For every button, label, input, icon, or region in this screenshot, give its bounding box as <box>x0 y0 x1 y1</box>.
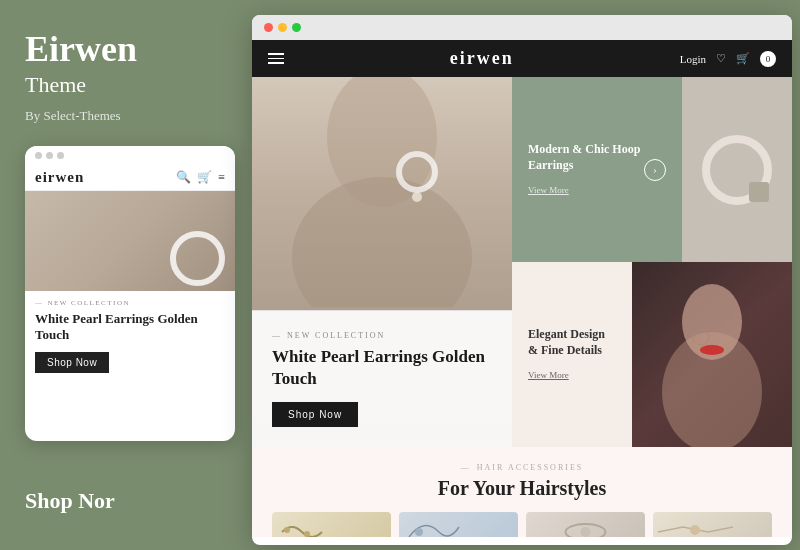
hair-accessories-label: HAIR ACCESSORIES <box>272 463 772 472</box>
hamburger-line-1 <box>268 53 284 55</box>
hamburger-line-3 <box>268 62 284 64</box>
mobile-icons: 🔍 🛒 ≡ <box>176 170 225 185</box>
menu-icon[interactable]: ≡ <box>218 170 225 185</box>
hero-shop-button[interactable]: Shop Now <box>272 402 358 427</box>
browser-main-content: NEW COLLECTION White Pearl Earrings Gold… <box>252 77 792 447</box>
promo-card-face-image <box>632 262 792 447</box>
hamburger-line-2 <box>268 58 284 60</box>
svg-point-8 <box>284 527 290 533</box>
svg-point-1 <box>292 177 472 307</box>
hero-right-top-row: Modern & Chic Hoop Earrings View More › <box>512 77 792 262</box>
product-thumb-2[interactable] <box>399 512 518 537</box>
mobile-hero-image <box>25 191 235 291</box>
site-header: eirwen Login ♡ 🛒 0 <box>252 40 792 77</box>
brand-subtitle: Theme <box>25 72 220 98</box>
new-collection-label: NEW COLLECTION <box>272 331 492 340</box>
hero-right-bottom-row: Elegant Design & Fine Details View More <box>512 262 792 447</box>
product-thumb-1[interactable] <box>272 512 391 537</box>
bottom-cta: Shop Nor <box>25 473 220 520</box>
promo-title-hoop: Modern & Chic Hoop Earrings <box>528 142 644 173</box>
mobile-content: NEW COLLECTION White Pearl Earrings Gold… <box>25 291 235 382</box>
hero-product-title: White Pearl Earrings Golden Touch <box>272 346 492 390</box>
product-thumb-3[interactable] <box>526 512 645 537</box>
mobile-top-bar <box>25 146 235 165</box>
mobile-dot-1 <box>35 152 42 159</box>
product-thumbnails <box>272 512 772 537</box>
browser-panel: eirwen Login ♡ 🛒 0 NEW COLLECTION Whi <box>252 15 792 545</box>
thumb-svg-3 <box>526 512 645 537</box>
site-logo: eirwen <box>450 48 514 69</box>
hair-accessories-section: HAIR ACCESSORIES For Your Hairstyles <box>252 447 792 537</box>
hamburger-menu[interactable] <box>268 53 284 64</box>
thumb-svg-4 <box>653 512 772 537</box>
view-more-elegant[interactable]: View More <box>528 370 569 380</box>
promo-title-elegant: Elegant Design & Fine Details <box>528 327 616 358</box>
hero-right-section: Modern & Chic Hoop Earrings View More › … <box>512 77 792 447</box>
mobile-preview: eirwen 🔍 🛒 ≡ NEW COLLECTION White Pearl … <box>25 146 235 441</box>
browser-dot-maximize[interactable] <box>292 23 301 32</box>
svg-point-9 <box>304 531 310 537</box>
mobile-logo: eirwen <box>35 169 84 186</box>
earring-decoration <box>170 231 225 286</box>
face-photo <box>632 262 792 447</box>
header-actions: Login ♡ 🛒 0 <box>680 51 776 67</box>
promo-text-elegant: Elegant Design & Fine Details View More <box>528 327 616 381</box>
cart-icon[interactable]: 🛒 <box>736 52 750 65</box>
promo-arrow-icon[interactable]: › <box>644 159 666 181</box>
mobile-new-collection-label: NEW COLLECTION <box>35 299 225 307</box>
browser-dot-minimize[interactable] <box>278 23 287 32</box>
cart-icon[interactable]: 🛒 <box>197 170 212 185</box>
hero-overlay: NEW COLLECTION White Pearl Earrings Gold… <box>252 310 512 447</box>
brand-name: Eirwen <box>25 30 220 70</box>
mobile-logo-bar: eirwen 🔍 🛒 ≡ <box>25 165 235 191</box>
face-svg <box>657 262 767 447</box>
mobile-hero <box>25 191 235 291</box>
search-icon[interactable]: 🔍 <box>176 170 191 185</box>
svg-point-13 <box>690 525 700 535</box>
hero-svg <box>252 77 512 307</box>
mobile-dot-3 <box>57 152 64 159</box>
brand-by: By Select-Themes <box>25 108 220 124</box>
svg-point-10 <box>415 528 423 536</box>
hoop-earring-decoration <box>702 135 772 205</box>
promo-card-hoop-earrings: Modern & Chic Hoop Earrings View More › <box>512 77 682 262</box>
view-more-hoop[interactable]: View More <box>528 185 569 195</box>
product-thumb-4[interactable] <box>653 512 772 537</box>
hero-left-section: NEW COLLECTION White Pearl Earrings Gold… <box>252 77 512 447</box>
left-panel: Eirwen Theme By Select-Themes eirwen 🔍 🛒… <box>0 0 245 550</box>
hair-section-title: For Your Hairstyles <box>272 477 772 500</box>
wishlist-icon[interactable]: ♡ <box>716 52 726 65</box>
browser-chrome-bar <box>252 15 792 40</box>
browser-dot-close[interactable] <box>264 23 273 32</box>
svg-point-3 <box>412 192 422 202</box>
promo-card-elegant: Elegant Design & Fine Details View More <box>512 262 632 447</box>
promo-card-hoop-image <box>682 77 792 262</box>
shop-nor-label: Shop Nor <box>25 488 220 514</box>
svg-point-12 <box>581 527 591 537</box>
mobile-dot-2 <box>46 152 53 159</box>
mobile-product-title: White Pearl Earrings Golden Touch <box>35 311 225 345</box>
mobile-shop-button[interactable]: Shop Now <box>35 352 109 373</box>
cart-badge: 0 <box>760 51 776 67</box>
thumb-svg-2 <box>399 512 518 537</box>
svg-point-6 <box>700 345 724 355</box>
login-link[interactable]: Login <box>680 53 706 65</box>
promo-text-hoop: Modern & Chic Hoop Earrings View More <box>528 142 644 196</box>
thumb-svg-1 <box>272 512 391 537</box>
